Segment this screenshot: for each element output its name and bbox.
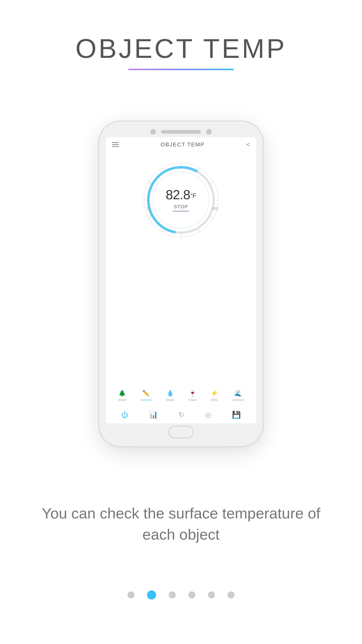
gauge-area: 15 400 82.8°F STOP — [106, 152, 256, 385]
pagination-dot-1[interactable] — [127, 591, 134, 598]
close-icon[interactable]: < — [246, 141, 250, 148]
wood-icon: 🌲 — [118, 390, 126, 397]
glass-icon: 🍷 — [189, 390, 196, 397]
water-icon: 💧 — [166, 390, 174, 397]
general-icon: ✏️ — [142, 390, 150, 397]
chart-icon[interactable]: 📊 — [149, 411, 158, 419]
speaker-bar — [161, 130, 201, 134]
object-type-selector: 🌲 Wood ✏️ General 💧 Water 🍷 Glass ⚡ — [106, 385, 256, 406]
menu-icon[interactable] — [112, 142, 119, 147]
temp-unit: °F — [190, 192, 196, 199]
pagination-dot-6[interactable] — [228, 591, 235, 598]
svg-line-15 — [149, 182, 152, 183]
front-camera — [150, 129, 156, 135]
ems-icon: ⚡ — [211, 390, 218, 397]
screen-title: OBJECT TEMP — [161, 141, 205, 148]
screen-header: OBJECT TEMP < — [106, 137, 256, 152]
object-type-general[interactable]: ✏️ General — [140, 390, 152, 402]
phone-screen: OBJECT TEMP < — [106, 137, 256, 423]
pagination-dot-3[interactable] — [169, 591, 176, 598]
pagination-dot-4[interactable] — [188, 591, 195, 598]
stop-button[interactable]: STOP — [166, 204, 196, 212]
description-text: You can check the surface temperature of… — [0, 503, 362, 545]
svg-text:15: 15 — [146, 207, 151, 211]
svg-line-10 — [198, 229, 199, 232]
gauge-center: 82.8°F STOP — [166, 187, 196, 212]
phone-power-button — [263, 192, 264, 223]
phone-volume-button — [98, 185, 99, 205]
svg-line-12 — [163, 229, 164, 232]
power-icon[interactable]: ⏻ — [121, 411, 128, 419]
home-button[interactable] — [168, 426, 194, 438]
title-underline — [128, 69, 234, 70]
sensor-dot — [206, 129, 212, 135]
temp-value: 82.8 — [166, 187, 190, 202]
object-type-ambient[interactable]: 🌊 Ambient — [232, 390, 244, 402]
svg-line-7 — [210, 182, 213, 183]
object-type-wood[interactable]: 🌲 Wood — [118, 390, 126, 402]
object-type-water[interactable]: 💧 Water — [166, 390, 174, 402]
general-label: General — [140, 398, 152, 402]
object-type-glass[interactable]: 🍷 Glass — [188, 390, 197, 402]
svg-line-6 — [198, 168, 199, 171]
location-icon[interactable]: ◎ — [205, 411, 211, 419]
phone-top-bar — [100, 122, 262, 135]
pagination-dot-2[interactable] — [147, 590, 156, 599]
ambient-label: Ambient — [232, 398, 244, 402]
water-label: Water — [166, 398, 174, 402]
phone-mockup: OBJECT TEMP < — [98, 120, 264, 453]
page-title: OBJECT TEMP — [75, 33, 287, 64]
screen-toolbar: ⏻ 📊 ↻ ◎ 💾 — [106, 406, 256, 423]
stop-dots — [173, 211, 189, 212]
stop-label: STOP — [174, 204, 188, 210]
refresh-icon[interactable]: ↻ — [178, 411, 184, 419]
ambient-icon: 🌊 — [234, 390, 242, 397]
wood-label: Wood — [118, 398, 126, 402]
svg-line-16 — [163, 168, 164, 171]
object-type-ems[interactable]: ⚡ EMS — [211, 390, 218, 402]
temperature-gauge: 15 400 82.8°F STOP — [141, 160, 221, 240]
temperature-display: 82.8°F — [166, 187, 196, 202]
svg-text:400: 400 — [212, 207, 218, 211]
glass-label: Glass — [188, 398, 197, 402]
svg-line-13 — [149, 217, 152, 218]
ems-label: EMS — [211, 398, 218, 402]
svg-line-9 — [210, 217, 213, 218]
save-icon[interactable]: 💾 — [232, 411, 241, 419]
pagination-dot-5[interactable] — [208, 591, 215, 598]
pagination-dots — [127, 590, 235, 599]
